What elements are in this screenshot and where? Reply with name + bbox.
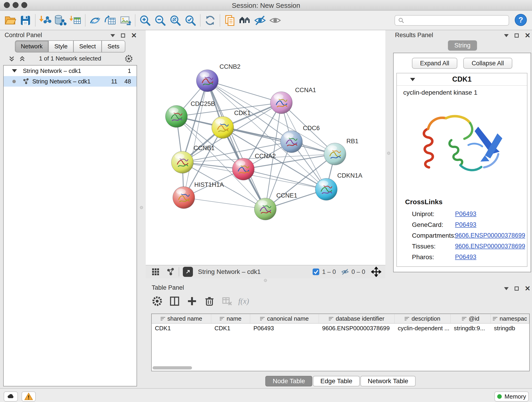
panel-float-icon[interactable] bbox=[515, 33, 519, 38]
panel-float-icon[interactable] bbox=[121, 33, 125, 38]
column-header-name[interactable]: name bbox=[211, 314, 250, 323]
memory-button[interactable]: Memory bbox=[494, 391, 529, 402]
gene-section: CDK1 cyclin-dependent kinase 1 CrossLink… bbox=[396, 73, 527, 267]
import-network-file-icon[interactable] bbox=[38, 13, 53, 28]
vertical-splitter-handle[interactable] bbox=[387, 152, 390, 155]
show-columns-icon[interactable] bbox=[169, 295, 181, 307]
network-share-icon[interactable] bbox=[166, 267, 175, 276]
column-header-shared-name[interactable]: shared name bbox=[152, 314, 211, 323]
table-row[interactable]: CDK1CDK1P064939606.ENSP00000378699cyclin… bbox=[152, 324, 529, 333]
network-canvas[interactable]: CCNB2 CCNA1 CDC25B CDK1 CDC6 RB1 CCNB1 bbox=[146, 30, 385, 265]
crosslink-row: Compartments:9606.ENSP00000378699 bbox=[397, 230, 527, 241]
hide-selected-eye-slash-icon[interactable] bbox=[253, 13, 268, 28]
edge-CCNB2-CCNE1[interactable] bbox=[207, 81, 265, 209]
crosslink-uniprot-link[interactable]: P06493 bbox=[455, 211, 476, 217]
control-panel-title: Control Panel bbox=[5, 32, 42, 39]
node-CCNA1[interactable]: CCNA1 bbox=[270, 87, 316, 114]
cloud-status-button[interactable] bbox=[4, 391, 18, 402]
gene-section-header[interactable]: CDK1 bbox=[397, 73, 527, 86]
pan-crosshair-icon[interactable] bbox=[371, 267, 381, 277]
tab-network[interactable]: Network bbox=[15, 40, 49, 52]
column-header-namespac[interactable]: namespac bbox=[491, 314, 529, 323]
panel-menu-icon[interactable] bbox=[504, 34, 509, 37]
crosslink-pharos-link[interactable]: P06493 bbox=[455, 254, 476, 261]
column-header-description[interactable]: description bbox=[394, 314, 451, 323]
crosslinks-heading: CrossLinks bbox=[405, 198, 443, 206]
node-CDKN1A[interactable]: CDKN1A bbox=[315, 172, 362, 200]
expand-all-button[interactable]: Expand All bbox=[412, 58, 457, 69]
node-label-CDK1: CDK1 bbox=[234, 109, 251, 116]
control-panel-gear-icon[interactable] bbox=[124, 54, 133, 64]
open-in-browser-button[interactable] bbox=[183, 267, 193, 277]
node-CCNB1[interactable]: CCNB1 bbox=[171, 145, 215, 173]
show-all-eye-icon[interactable] bbox=[268, 13, 283, 28]
save-session-icon[interactable] bbox=[18, 13, 33, 28]
import-table-icon[interactable] bbox=[68, 13, 83, 28]
import-network-database-icon[interactable] bbox=[53, 13, 68, 28]
collapse-all-button[interactable]: Collapse All bbox=[463, 58, 512, 69]
tab-select[interactable]: Select bbox=[74, 40, 102, 52]
warnings-button[interactable] bbox=[22, 391, 36, 402]
zoom-fit-icon[interactable] bbox=[168, 13, 183, 28]
node-CDC6[interactable]: CDC6 bbox=[280, 125, 320, 153]
node-CCNB2[interactable]: CCNB2 bbox=[196, 63, 241, 92]
help-button[interactable]: ? bbox=[514, 13, 527, 27]
memory-status-dot bbox=[497, 394, 502, 399]
panel-menu-icon[interactable] bbox=[504, 287, 509, 290]
node-RB1[interactable]: RB1 bbox=[324, 138, 359, 165]
add-column-icon[interactable] bbox=[186, 295, 198, 307]
edge-CCNB2-CCNA1[interactable] bbox=[207, 81, 281, 103]
tab-sets[interactable]: Sets bbox=[102, 40, 125, 52]
sort-icon bbox=[405, 317, 409, 320]
open-session-icon[interactable] bbox=[3, 13, 18, 28]
refresh-icon[interactable] bbox=[203, 13, 218, 28]
horizontal-scrollbar-thumb[interactable] bbox=[152, 366, 192, 370]
node-HIST1H1A[interactable]: HIST1H1A bbox=[173, 181, 224, 209]
selected-checkbox-icon[interactable] bbox=[312, 268, 320, 276]
panel-close-icon[interactable]: ✕ bbox=[525, 32, 530, 39]
tab-node-table[interactable]: Node Table bbox=[265, 376, 312, 386]
column-header-database-identifier[interactable]: database identifier bbox=[319, 314, 394, 323]
network-from-selection-icon[interactable] bbox=[88, 13, 103, 28]
results-tab-string[interactable]: String bbox=[448, 40, 477, 51]
edge-CCNB2-HIST1H1A[interactable] bbox=[184, 81, 207, 198]
network-row-selected[interactable]: String Network – cdk1 11 48 bbox=[4, 76, 137, 87]
network-collection-row[interactable]: String Network – cdk1 1 bbox=[4, 65, 137, 76]
edge-HIST1H1A-CCNE1[interactable] bbox=[184, 198, 265, 209]
toolbar-search[interactable] bbox=[394, 15, 509, 26]
tab-edge-table[interactable]: Edge Table bbox=[313, 376, 360, 386]
node-table: shared namenamecanonical namedatabase id… bbox=[151, 313, 530, 371]
copy-document-icon[interactable] bbox=[222, 13, 237, 28]
tab-style[interactable]: Style bbox=[49, 40, 74, 52]
zoom-selected-icon[interactable] bbox=[183, 13, 198, 28]
grid-view-icon[interactable] bbox=[151, 267, 160, 277]
crosslink-compartments-link[interactable]: 9606.ENSP00000378699 bbox=[455, 232, 525, 239]
delete-column-trash-icon[interactable] bbox=[203, 295, 215, 307]
hidden-eye-slash-icon[interactable] bbox=[341, 268, 349, 276]
panel-float-icon[interactable] bbox=[515, 287, 519, 291]
svg-text:?: ? bbox=[519, 16, 523, 24]
zoom-out-icon[interactable] bbox=[152, 13, 168, 28]
table-settings-gear-icon[interactable] bbox=[151, 295, 163, 307]
home-networks-icon[interactable] bbox=[237, 13, 253, 28]
gene-symbol: CDK1 bbox=[452, 75, 472, 83]
panel-close-icon[interactable]: ✕ bbox=[525, 285, 530, 292]
zoom-in-icon[interactable] bbox=[138, 13, 152, 28]
network-table-icon[interactable] bbox=[103, 13, 118, 28]
vertical-splitter-handle[interactable] bbox=[140, 206, 143, 209]
node-CCNE1[interactable]: CCNE1 bbox=[254, 192, 298, 220]
panel-menu-icon[interactable] bbox=[110, 34, 115, 37]
tab-network-table[interactable]: Network Table bbox=[360, 376, 416, 386]
collection-expand-icon[interactable] bbox=[12, 69, 17, 72]
panel-close-icon[interactable]: ✕ bbox=[131, 32, 137, 39]
search-input[interactable] bbox=[405, 17, 506, 24]
horizontal-splitter-handle[interactable] bbox=[264, 279, 267, 282]
column-header-canonical-name[interactable]: canonical name bbox=[250, 314, 319, 323]
column-header-id[interactable]: @id bbox=[451, 314, 491, 323]
crosslink-genecard-link[interactable]: P06493 bbox=[455, 221, 476, 228]
crosslink-tissues-link[interactable]: 9606.ENSP00000378699 bbox=[455, 243, 525, 250]
gene-collapse-icon[interactable] bbox=[410, 78, 415, 81]
node-CCNA2[interactable]: CCNA2 bbox=[232, 153, 276, 180]
image-export-icon[interactable] bbox=[118, 13, 133, 28]
function-builder-icon[interactable]: f(x) bbox=[238, 297, 249, 306]
